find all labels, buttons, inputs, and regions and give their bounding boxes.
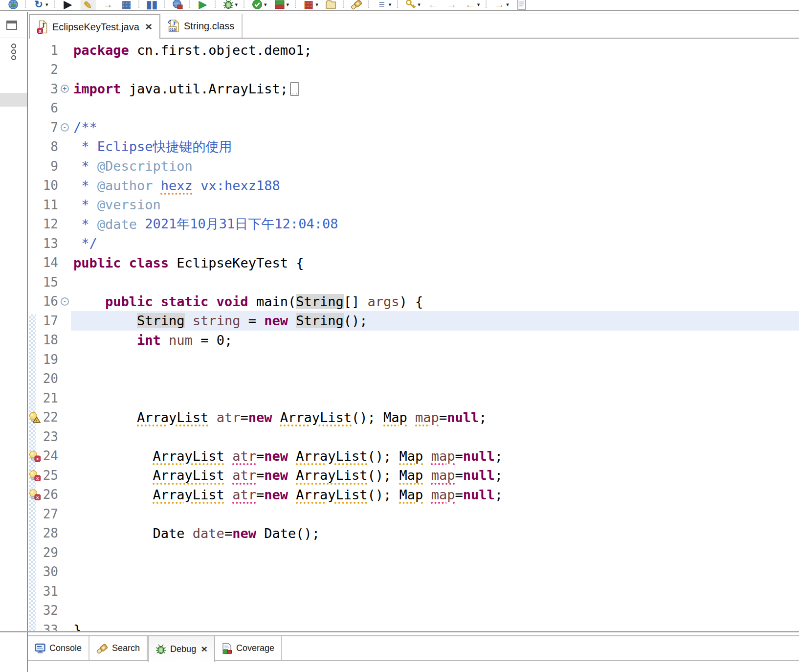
forward-disabled-icon[interactable]: → [446,0,458,11]
view-tab-Debug[interactable]: Debug× [148,636,215,662]
code-text: /** [71,120,97,135]
current-line-highlight[interactable]: String string = new String(); [71,311,799,331]
code-line-body[interactable] [71,562,799,582]
fold-toggle-icon[interactable]: - [61,297,69,306]
fold-toggle-icon[interactable]: + [61,85,69,93]
code-line-body[interactable]: * Eclipse快捷键的使用 [71,137,799,157]
code-line-body[interactable]: ArrayList atr=new ArrayList(); Map map=n… [71,485,799,505]
fold-toggle-icon[interactable]: - [61,123,69,132]
coverage-view-icon [222,643,232,654]
search-toolbar-icon[interactable] [351,0,362,11]
dropdown-caret-icon[interactable]: ▾ [418,1,421,8]
open-type-icon[interactable]: → [102,0,114,11]
view-tab-Coverage[interactable]: Coverage [215,636,282,660]
lightbulb-warning-icon[interactable]: ! [29,410,41,424]
dropdown-caret-icon[interactable]: ▾ [506,1,509,8]
profile-icon[interactable]: ▦▾ [303,0,318,11]
dropdown-caret-icon[interactable]: ▾ [315,1,318,8]
line-number: 13 [41,236,58,251]
code-text: */ [71,236,97,251]
code-line-body[interactable] [71,582,799,601]
code-line-body[interactable] [71,504,799,524]
code-line-body[interactable]: * @Description [71,157,799,176]
code-line-body[interactable] [71,543,799,562]
code-line-body[interactable]: ArrayList atr=new ArrayList(); Map map=n… [71,408,799,427]
forward-icon: → [493,0,505,10]
code-line-body[interactable]: ArrayList atr=new ArrayList(); Map map=n… [71,447,799,466]
view-stack-icon[interactable] [0,43,27,61]
dropdown-caret-icon[interactable]: ▾ [477,1,480,8]
external-tools-icon[interactable]: ▶ [197,0,209,11]
restart-icon[interactable]: ↻▾ [33,0,48,11]
show-view-icon[interactable]: ▦ [121,0,133,11]
fold-column: - [58,297,71,306]
code-line-body[interactable]: * @version [71,195,799,215]
web-browser-icon[interactable] [7,0,19,11]
code-token: = [455,468,463,483]
code-line-body[interactable]: } [71,620,799,631]
dropdown-caret-icon[interactable]: ▾ [389,1,392,8]
code-line-25: x25 ArrayList atr=new ArrayList(); Map m… [29,466,799,485]
code-token: @Description [97,158,193,174]
collapsed-region-icon[interactable]: .. [290,82,299,96]
code-line-body[interactable]: ArrayList atr=new ArrayList(); Map map=n… [71,466,799,485]
web-service-icon[interactable] [172,0,183,11]
task-list-icon[interactable]: ≡▾ [376,0,392,11]
code-token: ArrayList [280,410,352,425]
code-line-body[interactable] [71,272,799,292]
run-last-icon[interactable]: ▶ [62,0,74,11]
line-number: 6 [41,101,58,115]
back-disabled-icon[interactable]: ← [427,0,439,11]
dropdown-caret-icon[interactable]: ▾ [264,1,267,8]
code-line-6: 6 [29,99,799,118]
suspend-icon[interactable]: ▮▮ [146,0,158,11]
key-icon[interactable]: ▾ [405,0,421,11]
code-line-body[interactable]: * @author hexz vx:hexz188 [71,176,799,196]
restore-view-icon[interactable] [6,21,17,30]
dropdown-caret-icon[interactable]: ▾ [45,1,48,8]
run-icon[interactable]: ▾ [251,0,267,11]
mark-occurrences-icon[interactable]: ✎ [81,0,95,11]
code-line-3: 3+import java.util.ArrayList;.. [29,79,799,99]
debug-toolbar-icon[interactable]: ▾ [222,0,238,11]
last-edit-location-icon[interactable] [516,0,528,11]
code-line-body[interactable] [71,601,799,621]
code-line-body[interactable]: * @date 2021年10月31日下午12:04:08 [71,215,799,234]
code-line-body[interactable] [71,99,799,118]
code-line-body[interactable]: int num = 0; [71,331,799,350]
code-line-body[interactable] [71,388,799,408]
lightbulb-error-icon[interactable]: x [29,488,41,501]
code-line-body[interactable]: import java.util.ArrayList;.. [71,79,799,99]
code-line-body[interactable] [71,350,799,369]
close-tab-icon[interactable]: × [201,644,207,655]
line-number: 26 [41,487,58,502]
horizontal-sash[interactable] [0,631,799,632]
code-line-body[interactable]: public static void main(String[] args) { [71,292,799,312]
code-token: null [463,468,495,483]
code-line-body[interactable] [71,427,799,447]
view-tab-Search[interactable]: Search [89,636,148,660]
code-line-body[interactable]: package cn.first.object.demo1; [71,41,799,60]
code-line-body[interactable] [71,369,799,389]
code-editor[interactable]: 1package cn.first.object.demo1;23+import… [29,37,799,631]
view-tab-Console[interactable]: Console [28,636,89,660]
code-token [423,448,431,464]
close-tab-icon[interactable]: × [145,22,152,31]
view-tab-label: Console [49,643,82,653]
forward-icon[interactable]: →▾ [493,0,509,11]
lightbulb-error-icon[interactable]: x [29,469,41,482]
editor-tab-String.class[interactable]: J010String.class [160,14,243,38]
code-line-body[interactable]: /** [71,118,799,137]
dropdown-caret-icon[interactable]: ▾ [287,1,289,8]
dropdown-caret-icon[interactable]: ▾ [235,1,238,8]
open-resource-icon[interactable] [325,0,337,11]
code-line-body[interactable]: Date date=new Date(); [71,524,799,543]
code-line-body[interactable]: public class EclipseKeyTest { [71,253,799,273]
editor-tab-EclipseKeyTest.java[interactable]: JxEclipseKeyTest.java× [29,14,160,39]
coverage-toolbar-icon[interactable]: ▾ [274,0,289,11]
code-line-body[interactable] [71,60,799,80]
sidebar-selected-band [0,93,27,107]
code-line-body[interactable]: */ [71,234,799,253]
lightbulb-error-icon[interactable]: x [29,449,41,463]
back-icon[interactable]: ←▾ [465,0,480,11]
